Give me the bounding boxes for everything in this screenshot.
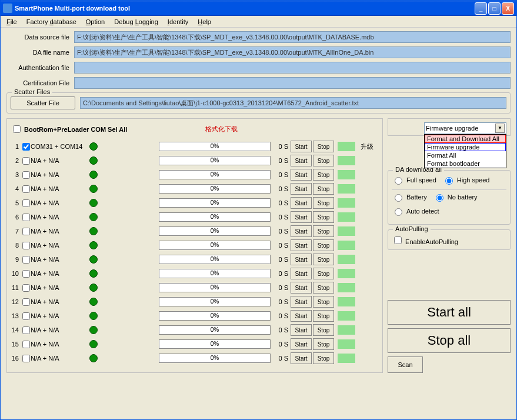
status-indicator [338,354,355,363]
stop-button[interactable]: Stop [313,310,334,322]
dropdown-selected: Firmware upgrade [426,125,478,132]
dropdown-opt-format-all[interactable]: Format All [425,151,506,159]
stop-button[interactable]: Stop [313,169,334,181]
start-button[interactable]: Start [291,225,312,237]
menu-file[interactable]: File [3,17,21,26]
start-button[interactable]: Start [291,310,312,322]
stop-button[interactable]: Stop [313,282,334,294]
port-checkbox[interactable] [22,157,30,165]
scatter-path-input[interactable]: C:\Documents and Settings\liutao\桌面\j1-c… [80,97,506,109]
port-checkbox[interactable] [22,298,30,306]
stop-all-button[interactable]: Stop all [388,328,511,353]
stop-button[interactable]: Stop [313,268,334,279]
dropdown-opt-format-bootloader[interactable]: Format bootloader [425,159,506,168]
port-checkbox[interactable] [22,341,30,348]
port-checkbox[interactable] [22,199,30,207]
start-all-button[interactable]: Start all [388,300,511,325]
time-label: 0 S [275,157,291,164]
cert-file-input[interactable] [74,77,511,89]
port-checkbox[interactable] [22,214,30,221]
stop-button[interactable]: Stop [313,352,334,364]
progress-bar: 0% [159,297,271,306]
progress-bar: 0% [159,184,271,194]
stop-button[interactable]: Stop [313,225,334,237]
start-button[interactable]: Start [291,183,312,195]
start-button[interactable]: Start [291,141,312,152]
time-label: 0 S [275,270,291,277]
port-checkbox[interactable] [22,228,30,235]
dropdown-opt-firmware-upgrade[interactable]: Firmware upgrade [425,143,506,151]
action-dropdown[interactable]: Firmware upgrade ▼ [424,122,506,134]
minimize-button[interactable]: _ [475,2,487,15]
start-button[interactable]: Start [291,352,312,364]
scan-button[interactable]: Scan [388,356,423,373]
stop-button[interactable]: Stop [313,155,334,166]
status-dot-icon [89,284,98,292]
menu-factory-database[interactable]: Factory database [23,17,80,26]
stop-button[interactable]: Stop [313,254,334,265]
start-button[interactable]: Start [291,338,312,350]
stop-button[interactable]: Stop [313,324,334,336]
start-button[interactable]: Start [291,324,312,336]
port-checkbox[interactable] [22,143,30,151]
progress-bar: 0% [159,354,271,363]
battery-radio[interactable]: Battery [392,192,427,202]
stop-button[interactable]: Stop [313,183,334,195]
port-row: 11 N/A + N/A 0% 0 S Start Stop [11,281,379,295]
stop-button[interactable]: Stop [313,211,334,223]
start-button[interactable]: Start [291,254,312,265]
data-source-input[interactable]: F:\刘涛\资料\生产\生产工具\智能\1348\下载\SP_MDT_exe_v… [74,31,511,43]
status-indicator [338,212,355,222]
stop-button[interactable]: Stop [313,197,334,209]
start-button[interactable]: Start [291,296,312,308]
port-checkbox[interactable] [22,171,30,179]
close-button[interactable]: X [502,2,514,15]
port-checkbox[interactable] [22,185,30,193]
auth-file-input[interactable] [74,62,511,74]
port-row: 13 N/A + N/A 0% 0 S Start Stop [11,309,379,323]
da-file-input[interactable]: F:\刘涛\资料\生产\生产工具\智能\1348\下载\SP_MDT_exe_v… [74,46,511,58]
chevron-down-icon[interactable]: ▼ [495,124,505,133]
auto-detect-radio[interactable]: Auto detect [392,206,439,216]
start-button[interactable]: Start [291,197,312,209]
menu-identity[interactable]: Identity [164,17,192,26]
start-button[interactable]: Start [291,169,312,181]
stop-button[interactable]: Stop [313,141,334,152]
bootrom-select-all-checkbox[interactable] [13,125,21,133]
start-button[interactable]: Start [291,282,312,294]
port-number: 7 [11,228,20,235]
stop-button[interactable]: Stop [313,338,334,350]
start-button[interactable]: Start [291,239,312,251]
start-button[interactable]: Start [291,155,312,166]
menu-help[interactable]: Help [194,17,215,26]
no-battery-radio[interactable]: No battery [433,192,478,202]
time-label: 0 S [275,185,291,192]
port-checkbox[interactable] [22,242,30,249]
port-checkbox[interactable] [22,326,30,334]
menu-option[interactable]: Option [82,17,108,26]
status-indicator [338,283,355,292]
start-button[interactable]: Start [291,268,312,279]
stop-button[interactable]: Stop [313,239,334,251]
full-speed-radio[interactable]: Full speed [392,175,436,185]
enable-autopulling-checkbox[interactable]: EnableAutoPulling [392,238,458,245]
scatter-file-button[interactable]: Scatter File [11,96,75,109]
menu-debug-logging[interactable]: Debug Logging [111,17,162,26]
high-speed-radio[interactable]: High speed [442,175,490,185]
upgrade-label: 升级 [355,142,379,151]
port-checkbox[interactable] [22,355,30,362]
port-number: 10 [11,270,20,277]
auth-file-label: Authentication file [6,64,74,71]
maximize-button[interactable]: □ [488,2,501,15]
stop-button[interactable]: Stop [313,296,334,308]
port-checkbox[interactable] [22,256,30,264]
dropdown-opt-format-download[interactable]: Format and Download All [425,135,506,143]
ports-panel: BootRom+PreLoader COM Sel All 格式化下载 1 CO… [6,118,383,373]
port-checkbox[interactable] [22,284,30,292]
start-button[interactable]: Start [291,211,312,223]
port-row: 7 N/A + N/A 0% 0 S Start Stop [11,224,379,238]
type-group: Firmware upgrade ▼ Format and Download A… [388,118,511,136]
port-number: 13 [11,312,20,319]
port-checkbox[interactable] [22,312,30,320]
port-checkbox[interactable] [22,270,30,278]
